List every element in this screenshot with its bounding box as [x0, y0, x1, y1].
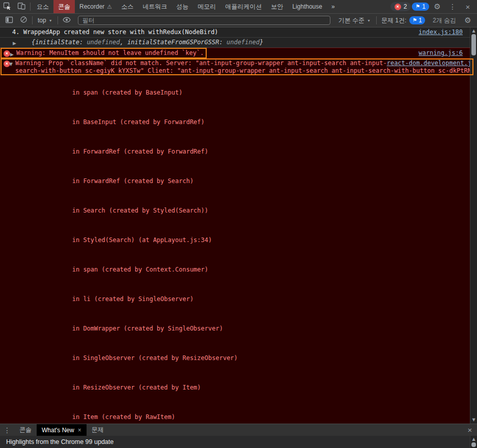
- drawer-tab-issues[interactable]: 문제: [87, 424, 109, 436]
- console-log-row: 4. WrappedApp created new store with wit…: [0, 27, 477, 38]
- object-key: initialStateFromGSPorGSSR: [127, 39, 219, 46]
- flag-icon: ⚑: [415, 4, 420, 10]
- stack-text: in ForwardRef (created by ForwardRef): [72, 148, 208, 155]
- stack-line: in DomWrapper (created by SingleObserver…: [15, 310, 469, 340]
- toolbar-separator: [58, 16, 58, 24]
- source-link[interactable]: react-dom.development.js:88: [387, 59, 477, 67]
- stack-text: in span (created by Context.Consumer): [72, 266, 208, 273]
- stack-line: in Item (created by RawItem): [15, 399, 469, 424]
- drawer-scrollbar[interactable]: ▲: [470, 436, 477, 448]
- hidden-messages-label[interactable]: 2개 숨김: [428, 16, 461, 25]
- issues-badge: ⚑ 1: [409, 16, 425, 24]
- collapse-caret-icon[interactable]: ▼: [9, 62, 13, 67]
- separator: :: [79, 39, 87, 46]
- scroll-up-icon[interactable]: ▲: [470, 28, 477, 34]
- component-stack: in span (created by BaseInput) in BaseIn…: [15, 74, 469, 424]
- tab-label: What's New: [42, 427, 74, 434]
- tab-sources[interactable]: 소스: [117, 0, 138, 13]
- console-messages-area[interactable]: 4. WrappedApp created new store with wit…: [0, 27, 477, 424]
- tab-network[interactable]: 네트워크: [138, 0, 172, 13]
- scroll-down-icon[interactable]: ▼: [470, 417, 477, 423]
- clear-console-button[interactable]: [16, 16, 31, 25]
- console-error-row: × ▶ Warning: MenuItem should not leave u…: [0, 48, 477, 58]
- stack-line: in span (created by BaseInput): [15, 74, 469, 104]
- filter-input[interactable]: [78, 16, 330, 25]
- error-count: 2: [404, 3, 407, 10]
- whats-new-title: Highlights from the Chrome 99 update: [6, 438, 114, 445]
- issues-count-badge[interactable]: ⚑ 1: [412, 3, 429, 11]
- more-tabs-button[interactable]: »: [327, 0, 340, 13]
- expand-caret-icon[interactable]: ▶: [13, 41, 16, 46]
- stack-line: in ForwardRef (created by ForwardRef): [15, 133, 469, 163]
- stack-text: in Search (created by Styled(Search)): [72, 207, 208, 214]
- stack-line: in BaseInput (created by ForwardRef): [15, 104, 469, 133]
- tab-recorder[interactable]: Recorder ⚠: [75, 0, 117, 13]
- tab-console[interactable]: 콘솔: [53, 0, 75, 13]
- log-message: 4. WrappedApp created new store with wit…: [12, 28, 218, 36]
- tab-performance[interactable]: 성능: [172, 0, 193, 13]
- eye-icon: [63, 16, 71, 25]
- object-preview[interactable]: {initialState: undefined, initialStateFr…: [12, 39, 263, 46]
- object-key: initialState: [35, 39, 79, 46]
- tab-label: 콘솔: [19, 426, 32, 434]
- clear-console-icon: [20, 16, 27, 25]
- scrollbar-thumb[interactable]: [471, 442, 476, 447]
- tab-elements[interactable]: 요소: [32, 0, 53, 13]
- inspect-element-button[interactable]: [0, 0, 14, 13]
- chevron-more-icon: »: [331, 3, 335, 10]
- error-count-badge[interactable]: × 2: [390, 2, 411, 11]
- more-options-button[interactable]: ⋮: [445, 3, 460, 11]
- console-object-row: ▶ {initialState: undefined, initialState…: [0, 38, 477, 48]
- stack-line: in ResizeObserver (created by Item): [15, 369, 469, 399]
- levels-label: 기본 수준: [339, 16, 364, 25]
- chevron-down-icon: ▼: [49, 19, 52, 22]
- close-devtools-button[interactable]: ×: [461, 3, 475, 11]
- drawer-more-button[interactable]: ⋮: [0, 424, 14, 436]
- drawer-tab-whats-new[interactable]: What's New ×: [37, 424, 87, 436]
- settings-button[interactable]: ⚙: [430, 2, 444, 11]
- stack-line: in Search (created by Styled(Search)): [15, 192, 469, 222]
- issues-counter[interactable]: 문제 1건: ⚑ 1: [378, 16, 428, 25]
- log-levels-dropdown[interactable]: 기본 수준 ▼: [334, 16, 375, 25]
- object-value: undefined: [87, 39, 120, 46]
- stack-text: in DomWrapper (created by SingleObserver…: [72, 325, 223, 332]
- live-expression-button[interactable]: [60, 16, 74, 25]
- toolbar-separator: [30, 3, 31, 11]
- scroll-up-icon[interactable]: ▲: [470, 437, 477, 442]
- tab-security[interactable]: 보안: [266, 0, 288, 13]
- console-settings-button[interactable]: ⚙: [461, 16, 475, 25]
- error-icon: ×: [4, 50, 10, 57]
- object-value: undefined: [227, 39, 260, 46]
- issues-count: 1: [422, 3, 426, 10]
- expand-caret-icon[interactable]: ▶: [10, 52, 14, 57]
- tab-lighthouse[interactable]: Lighthouse: [288, 0, 327, 13]
- gear-icon: ⚙: [464, 16, 471, 25]
- separator: :: [219, 39, 227, 46]
- console-scrollbar[interactable]: ▲ ▼: [470, 27, 477, 424]
- console-sidebar-button[interactable]: [2, 16, 16, 25]
- stack-text: in Item (created by RawItem): [72, 413, 175, 421]
- tab-label: 문제: [92, 426, 104, 434]
- device-toolbar-button[interactable]: [14, 0, 29, 13]
- main-toolbar: 요소 콘솔 Recorder ⚠ 소스 네트워크 성능 메모리 애플리케이션 보…: [0, 0, 477, 14]
- scrollbar-thumb[interactable]: [471, 34, 476, 55]
- tab-label: Lighthouse: [292, 3, 322, 10]
- drawer-tab-console[interactable]: 콘솔: [14, 424, 37, 436]
- tab-close-icon[interactable]: ×: [78, 427, 81, 434]
- chevron-down-icon: ▼: [367, 19, 371, 22]
- stack-text: in span (created by BaseInput): [72, 89, 183, 96]
- device-toolbar-icon: [17, 2, 25, 12]
- whats-new-panel: Highlights from the Chrome 99 update ▲: [0, 436, 477, 448]
- error-message-line: search-with-button sc-egiyK kYXSTw" Clie…: [15, 67, 469, 75]
- drawer-close-button[interactable]: ×: [463, 424, 477, 436]
- tab-label: 네트워크: [143, 3, 167, 11]
- tab-label: 요소: [37, 3, 49, 11]
- source-link[interactable]: warning.js:6: [418, 49, 463, 57]
- javascript-context-selector[interactable]: top ▼: [34, 17, 56, 24]
- error-icon: ×: [395, 4, 401, 10]
- tab-application[interactable]: 애플리케이션: [220, 0, 266, 13]
- tab-label: 애플리케이션: [225, 3, 262, 11]
- toolbar-separator: [376, 16, 377, 24]
- tab-memory[interactable]: 메모리: [193, 0, 220, 13]
- source-link[interactable]: index.js:180: [418, 28, 463, 36]
